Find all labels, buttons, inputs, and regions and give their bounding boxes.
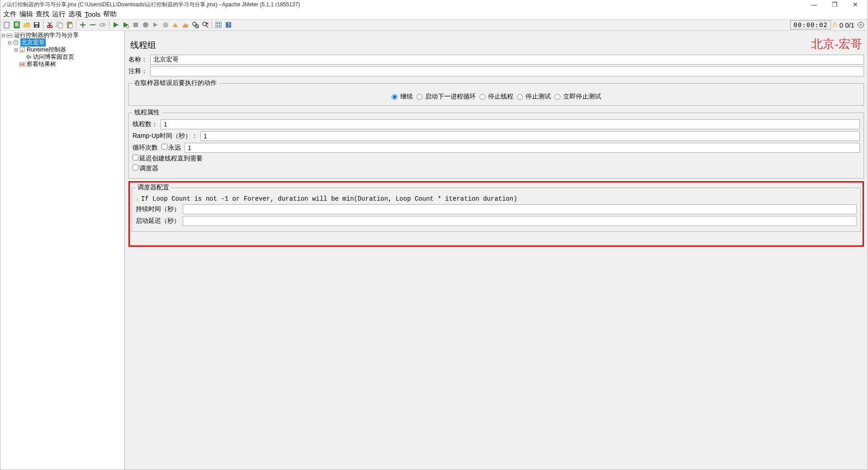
toggle-icon[interactable] [98, 20, 108, 30]
minimize-button[interactable]: — [803, 1, 824, 8]
svg-rect-35 [219, 23, 220, 24]
help-icon[interactable]: ? [223, 20, 233, 30]
tree-listener-label: 察看结果树 [27, 60, 56, 68]
testplan-icon [6, 32, 13, 38]
tree-toggle-icon[interactable]: ⊟ [7, 40, 12, 46]
cut-icon[interactable] [45, 20, 55, 30]
new-icon[interactable] [2, 20, 12, 30]
scheduler-legend: 调度器配置 [136, 183, 171, 192]
menu-help[interactable]: 帮助 [102, 9, 118, 19]
svg-point-22 [126, 25, 129, 28]
editor-panel: 线程组 北京-宏哥 名称： 注释： 在取样器错误后要执行的动作 继续 启动下一进… [125, 31, 868, 470]
tree-root[interactable]: ⊟ 运行控制器的学习与分享 [0, 32, 124, 39]
start-no-pause-icon[interactable] [121, 20, 131, 30]
duration-input[interactable] [183, 204, 857, 214]
remote-stop-icon[interactable] [161, 20, 171, 30]
svg-point-51 [15, 42, 17, 43]
tree-http-request[interactable]: · 访问博客园首页 [0, 53, 124, 61]
svg-point-24 [143, 22, 148, 28]
loop-label: 循环次数 [133, 144, 158, 152]
svg-point-8 [47, 26, 50, 28]
svg-rect-36 [217, 25, 218, 27]
templates-icon[interactable] [12, 20, 22, 30]
svg-rect-6 [35, 23, 38, 24]
forever-checkbox[interactable]: 永远 [161, 144, 181, 152]
start-icon[interactable] [111, 20, 121, 30]
thread-props-group: 线程属性 线程数： Ramp-Up时间（秒）： 循环次数 永远 延迟创建线程直到… [128, 108, 864, 179]
watermark-text: 北京-宏哥 [811, 36, 862, 52]
ramp-label: Ramp-Up时间（秒）： [133, 132, 199, 140]
svg-rect-23 [133, 23, 138, 27]
tree-toggle-icon[interactable]: ⊟ [0, 33, 6, 38]
duration-label: 持续时间（秒） [136, 205, 181, 213]
radio-stop-thread[interactable]: 停止线程 [479, 93, 513, 101]
tree-thread-group[interactable]: ⊟ 北京宏哥 [0, 39, 124, 46]
tree-runtime-controller[interactable]: ⊟ Runtime控制器 [0, 46, 124, 53]
radio-next-loop[interactable]: 启动下一进程循环 [417, 93, 476, 101]
thread-props-legend: 线程属性 [133, 108, 161, 117]
menu-options[interactable]: 选项 [67, 9, 83, 19]
remote-start-icon[interactable] [151, 20, 161, 30]
delay-create-checkbox[interactable]: 延迟创建线程直到需要 [133, 155, 203, 163]
comment-input[interactable] [150, 66, 864, 76]
svg-rect-56 [23, 63, 24, 66]
radio-stop-now[interactable]: 立即停止测试 [555, 93, 601, 101]
svg-rect-0 [4, 22, 9, 28]
menu-tools[interactable]: Tools [84, 9, 101, 19]
svg-line-27 [196, 25, 198, 28]
save-icon[interactable] [32, 20, 42, 30]
svg-point-41 [860, 24, 862, 26]
clear-all-icon[interactable] [180, 20, 190, 30]
threads-icon [857, 21, 864, 28]
stop-icon[interactable] [131, 20, 141, 30]
error-action-group: 在取样器错误后要执行的动作 继续 启动下一进程循环 停止线程 停止测试 立即停止… [128, 79, 864, 106]
function-helper-icon[interactable] [213, 20, 223, 30]
panel-title: 线程组 [130, 39, 156, 51]
maximize-button[interactable]: ❐ [824, 1, 845, 8]
startup-delay-input[interactable] [183, 216, 857, 226]
svg-point-9 [50, 26, 52, 28]
svg-rect-55 [22, 64, 23, 66]
svg-point-26 [193, 22, 196, 26]
window-title: 运行控制器的学习与分享.jmx (C:\Users\DELL\Downloads… [7, 1, 300, 9]
radio-stop-test[interactable]: 停止测试 [517, 93, 551, 101]
menu-run[interactable]: 运行 [51, 9, 66, 19]
name-label: 名称： [128, 56, 148, 64]
search-icon[interactable] [190, 20, 200, 30]
threads-input[interactable] [161, 119, 860, 129]
titlebar: 𝒥 运行控制器的学习与分享.jmx (C:\Users\DELL\Downloa… [0, 0, 868, 9]
loop-input[interactable] [185, 143, 860, 153]
svg-line-30 [206, 25, 208, 28]
menu-edit[interactable]: 编辑 [19, 9, 34, 19]
threadgroup-icon [12, 39, 19, 46]
warning-icon: ⚠ [136, 195, 139, 202]
clear-icon[interactable] [171, 20, 180, 30]
svg-rect-33 [216, 22, 221, 28]
copy-icon[interactable] [55, 20, 65, 30]
expand-icon[interactable] [78, 20, 88, 30]
reset-search-icon[interactable] [200, 20, 210, 30]
tree-panel[interactable]: ⊟ 运行控制器的学习与分享 ⊟ 北京宏哥 ⊟ Runtime控制器 · 访问博客… [0, 31, 125, 470]
tree-toggle-icon[interactable]: ⊟ [13, 47, 19, 53]
collapse-icon[interactable] [88, 20, 98, 30]
svg-rect-7 [35, 25, 38, 27]
svg-rect-16 [69, 24, 72, 28]
scheduler-checkbox[interactable]: 调度器 [133, 164, 158, 173]
ramp-input[interactable] [200, 131, 860, 141]
tree-listener[interactable]: · 察看结果树 [0, 61, 124, 68]
svg-point-21 [100, 24, 103, 26]
svg-rect-13 [58, 24, 62, 28]
svg-rect-3 [15, 24, 19, 25]
close-button[interactable]: ✕ [845, 1, 866, 8]
menu-file[interactable]: 文件 [2, 9, 18, 19]
warning-icon[interactable]: ⚠ [832, 21, 838, 29]
name-input[interactable] [150, 55, 864, 65]
comment-label: 注释： [128, 67, 148, 75]
controller-icon [19, 47, 26, 53]
shutdown-icon[interactable] [141, 20, 151, 30]
menu-search[interactable]: 查找 [35, 9, 50, 19]
open-icon[interactable] [22, 20, 32, 30]
paste-icon[interactable] [65, 20, 75, 30]
radio-continue[interactable]: 继续 [392, 93, 413, 101]
scheduler-highlight-box: 调度器配置 ⚠ If Loop Count is not -1 or Forev… [128, 181, 864, 247]
